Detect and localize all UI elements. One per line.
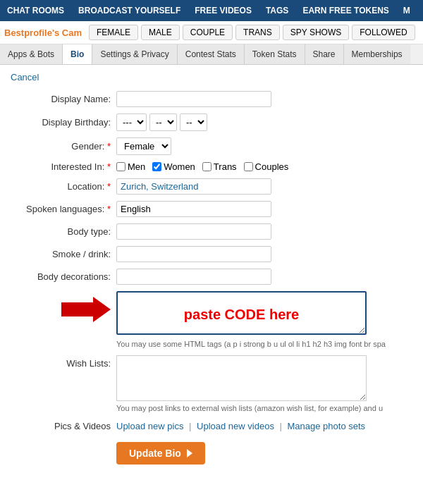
top-nav: CHAT ROOMS BROADCAST YOURSELF FREE VIDEO… [0,0,423,21]
location-input[interactable] [116,178,271,195]
tab-apps-bots[interactable]: Apps & Bots [0,44,63,64]
display-name-row: Display Name: [11,91,412,107]
languages-label: Spoken languages: * [11,204,116,214]
update-bio-label: Update Bio [129,448,181,459]
birthday-row: Display Birthday: --- -- -- [11,113,412,131]
upload-pics-link[interactable]: Upload new pics [116,421,183,431]
filter-couple[interactable]: COUPLE [183,25,233,40]
filter-male[interactable]: MALE [141,25,180,40]
nav-broadcast[interactable]: BROADCAST YOURSELF [71,0,188,21]
gender-row: Gender: * Female Male Trans [11,137,412,155]
interested-trans-label[interactable]: Trans [202,161,237,172]
body-type-row: Body type: [11,223,412,240]
svg-marker-0 [61,297,111,322]
smoke-drink-row: Smoke / drink: [11,246,412,262]
smoke-drink-input[interactable] [116,246,271,262]
manage-photos-link[interactable]: Manage photo sets [288,421,366,431]
filter-spy-shows[interactable]: SPY SHOWS [283,25,349,40]
update-bio-button[interactable]: Update Bio [116,442,205,465]
nav-chat-rooms[interactable]: CHAT ROOMS [0,0,71,21]
content-area: Cancel Display Name: Display Birthday: -… [0,65,423,472]
display-name-input[interactable] [116,91,271,107]
body-decorations-label: Body decorations: [11,271,116,282]
cam-name: Bestprofile's Cam [4,27,82,38]
pics-links: Upload new pics | Upload new videos | Ma… [116,421,365,431]
gender-label: Gender: * [11,141,116,152]
filter-female[interactable]: FEMALE [89,25,138,40]
body-decorations-row: Body decorations: [11,269,412,285]
separator-2: | [280,421,282,431]
tab-memberships[interactable]: Memberships [344,44,410,64]
interested-row: Interested In: * Men Women Trans Couples [11,161,412,172]
interested-women-checkbox[interactable] [152,162,161,171]
filter-followed[interactable]: FOLLOWED [352,25,415,40]
smoke-drink-label: Smoke / drink: [11,249,116,259]
tabs-bar: Apps & Bots Bio Settings & Privacy Conte… [0,44,423,65]
interested-men-label[interactable]: Men [116,161,145,172]
tab-settings[interactable]: Settings & Privacy [92,44,177,64]
nav-tags[interactable]: TAGS [259,0,295,21]
nav-more[interactable]: M [396,0,417,21]
about-me-container: paste CODE here [116,291,367,337]
birthday-year-select[interactable]: -- [180,113,207,131]
tab-contest-stats[interactable]: Contest Stats [178,44,245,64]
tab-bio[interactable]: Bio [63,44,92,64]
interested-men-checkbox[interactable] [116,162,125,171]
interested-couples-checkbox[interactable] [244,162,253,171]
interested-women-label[interactable]: Women [152,161,195,172]
tab-share[interactable]: Share [305,44,344,64]
interested-label: Interested In: * [11,161,116,172]
body-decorations-input[interactable] [116,269,271,285]
profile-bar: Bestprofile's Cam FEMALE MALE COUPLE TRA… [0,21,423,44]
pics-videos-label: Pics & Videos [11,421,116,431]
wish-lists-label: Wish Lists: [11,355,116,369]
upload-videos-link[interactable]: Upload new videos [197,421,274,431]
interested-trans-checkbox[interactable] [202,162,212,171]
red-arrow-wrapper [11,291,116,322]
interested-couples-label[interactable]: Couples [244,161,289,172]
location-label: Location: * [11,181,116,192]
pics-videos-row: Pics & Videos Upload new pics | Upload n… [11,421,412,431]
birthday-month-select[interactable]: --- [116,113,147,131]
body-type-label: Body type: [11,226,116,237]
wish-lists-textarea[interactable] [116,355,367,401]
tab-token-stats[interactable]: Token Stats [245,44,305,64]
about-me-textarea[interactable] [116,291,367,335]
languages-row: Spoken languages: * [11,201,412,217]
wish-lists-row: Wish Lists: [11,355,412,401]
gender-select[interactable]: Female Male Trans [116,137,171,155]
birthday-day-select[interactable]: -- [149,113,177,131]
about-me-hint: You may use some HTML tags (a p i strong… [116,340,412,348]
display-name-label: Display Name: [11,94,116,104]
location-row: Location: * [11,178,412,195]
wish-lists-hint: You may post links to external wish list… [116,404,412,412]
birthday-label: Display Birthday: [11,117,116,128]
cancel-link[interactable]: Cancel [11,72,39,82]
body-type-input[interactable] [116,223,271,240]
languages-input[interactable] [116,201,271,217]
about-me-row: paste CODE here [11,291,412,337]
red-arrow-icon [61,297,111,322]
nav-free-videos[interactable]: FREE VIDEOS [188,0,259,21]
update-bio-arrow-icon [187,449,192,457]
nav-earn-tokens[interactable]: EARN FREE TOKENS [295,0,396,21]
separator-1: | [189,421,191,431]
filter-trans[interactable]: TRANS [235,25,280,40]
